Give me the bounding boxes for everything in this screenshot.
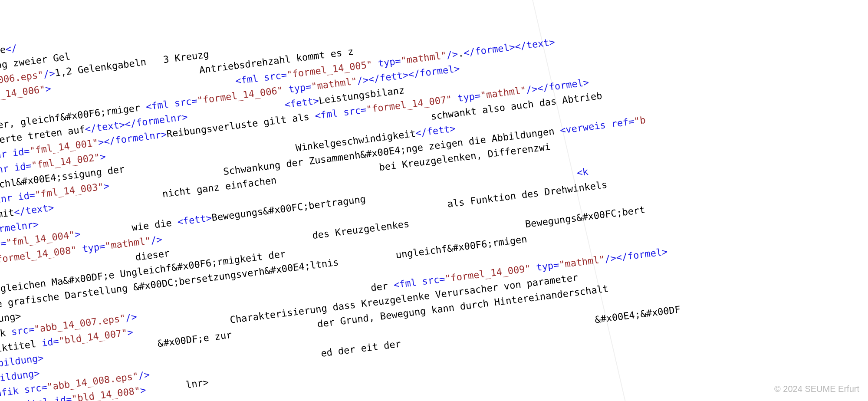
xml-tag: <fett> bbox=[177, 213, 212, 228]
xml-attr-name: src= bbox=[421, 273, 446, 287]
xml-tag: /> bbox=[125, 311, 138, 323]
xml-tag: <fml bbox=[393, 276, 423, 290]
xml-attr-name: id= bbox=[12, 145, 30, 158]
xml-tag: <fml bbox=[145, 98, 175, 112]
xml-tag: <fml bbox=[235, 72, 265, 86]
xml-attr-name: typ= bbox=[457, 90, 481, 104]
xml-attr-name: src= bbox=[23, 382, 48, 395]
xml-tag: /> bbox=[138, 369, 150, 381]
xml-tag: <fett> bbox=[284, 95, 319, 110]
xml-attr-name: typ= bbox=[536, 260, 560, 273]
xml-attr-name: id= bbox=[14, 160, 33, 173]
watermark-text: © 2024 SEUME Erfurt bbox=[774, 384, 859, 394]
xml-attr-name: ref= bbox=[611, 116, 635, 129]
code-viewport: Kreuzgelenke</ die Paarung zweier Gelc="… bbox=[0, 0, 868, 401]
xml-tag: /> bbox=[150, 233, 163, 246]
xml-attr-value: "b bbox=[634, 115, 646, 127]
xml-attr-name: id= bbox=[17, 190, 36, 203]
xml-attr-name: typ= bbox=[377, 55, 401, 69]
xml-tag: <k bbox=[576, 166, 589, 178]
xml-tag: </ bbox=[5, 43, 17, 55]
xml-attr-name: src= bbox=[11, 324, 35, 337]
xml-attr-name: typ= bbox=[288, 81, 312, 95]
text-run bbox=[455, 122, 462, 134]
xml-tag: /> bbox=[43, 68, 56, 80]
xml-attr-name: src= bbox=[263, 69, 287, 82]
xml-tag: /> bbox=[446, 48, 458, 60]
xml-attr-name: id= bbox=[54, 394, 72, 401]
xml-tag: <fml bbox=[314, 107, 344, 121]
xml-attr-name: id= bbox=[41, 336, 60, 349]
xml-attr-name: typ= bbox=[82, 240, 106, 254]
xml-attr-name: src= bbox=[174, 95, 198, 108]
xml-attr-name: src= bbox=[343, 104, 367, 118]
xml-tag: </text> bbox=[13, 202, 55, 218]
